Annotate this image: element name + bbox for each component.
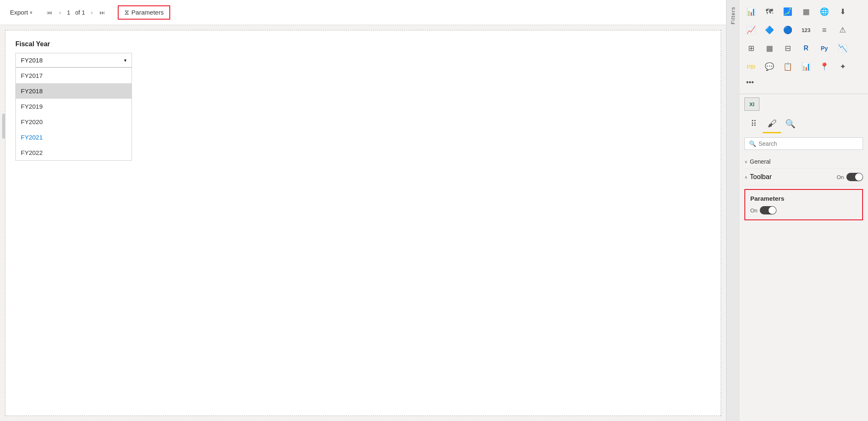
- fiscal-option-fy2017[interactable]: FY2017: [16, 68, 131, 83]
- parameters-section-title: Parameters: [750, 195, 857, 202]
- fiscal-year-label: Fiscal Year: [15, 40, 132, 48]
- power-bi-icon[interactable]: PBI: [743, 58, 759, 75]
- r-script-icon[interactable]: R: [798, 40, 814, 57]
- search-input[interactable]: [759, 140, 858, 147]
- format-tabs: ⠿ 🖌 🔍: [744, 115, 863, 133]
- fiscal-year-panel: Fiscal Year FY2018 ▾ FY2017 FY2018 FY201…: [15, 40, 132, 161]
- cross-table-icon[interactable]: ⊞: [743, 40, 759, 57]
- copy-icon[interactable]: 📋: [779, 58, 796, 75]
- toolbar-section-label: Toolbar: [750, 173, 771, 181]
- excel-label: XI: [749, 101, 754, 107]
- nav-next-button[interactable]: ›: [88, 8, 95, 17]
- custom-visual-icon[interactable]: 🔷: [761, 22, 778, 38]
- properties-panel: XI ⠿ 🖌 🔍 🔍 ∨ General: [739, 94, 868, 421]
- toolbar-chevron-up-icon: ∧: [744, 175, 747, 179]
- funnel-icon[interactable]: ⬇: [834, 3, 851, 20]
- parameters-label: Parameters: [131, 9, 164, 16]
- speech-bubble-icon[interactable]: 💬: [761, 58, 778, 75]
- right-panel: 📊 🗺 🗾 ▦ 🌐 ⬇ 📈 🔷 🔵 123 ≡ ⚠ ⊞ ▦ ⊟ R Py: [739, 0, 868, 421]
- fields-tab[interactable]: ⠿: [744, 115, 763, 133]
- toolbar-toggle-label: On: [837, 174, 844, 180]
- visualization-icons: 📊 🗺 🗾 ▦ 🌐 ⬇ 📈 🔷 🔵 123 ≡ ⚠ ⊞ ▦ ⊟ R Py: [739, 0, 868, 94]
- toolbar-toggle[interactable]: [846, 173, 863, 181]
- general-chevron-icon: ∨: [744, 159, 747, 164]
- report-canvas: Fiscal Year FY2018 ▾ FY2017 FY2018 FY201…: [5, 30, 721, 416]
- export-label: Export: [10, 9, 28, 16]
- table-lines-icon[interactable]: ≡: [816, 22, 833, 38]
- search-box[interactable]: 🔍: [744, 137, 863, 150]
- nav-prev-button[interactable]: ‹: [57, 8, 64, 17]
- parameters-button[interactable]: ⧖ Parameters: [118, 5, 171, 20]
- shape-map-icon[interactable]: ▦: [798, 3, 814, 20]
- page-of-label: of 1: [75, 9, 85, 16]
- map-icon[interactable]: 🗺: [761, 3, 778, 20]
- icon-row-3: ⊞ ▦ ⊟ R Py 📉: [743, 40, 865, 57]
- toolbar-section: ∧ Toolbar On: [744, 169, 863, 186]
- analytics-tab[interactable]: 🔍: [781, 115, 799, 133]
- bar-chart2-icon[interactable]: 📊: [798, 58, 814, 75]
- dropdown-arrow-icon: ▾: [124, 57, 126, 63]
- line-chart-icon[interactable]: 📈: [743, 22, 759, 38]
- general-label: General: [750, 158, 771, 165]
- icon-row-2: 📈 🔷 🔵 123 ≡ ⚠: [743, 22, 865, 38]
- parameters-section: Parameters On: [744, 189, 863, 220]
- general-section-header[interactable]: ∨ General: [744, 155, 863, 169]
- fiscal-option-fy2018[interactable]: FY2018: [16, 83, 131, 99]
- table-icon[interactable]: ⊟: [779, 40, 796, 57]
- nav-last-button[interactable]: ⏭: [97, 8, 108, 17]
- matrix-icon[interactable]: ▦: [761, 40, 778, 57]
- azure-map-icon[interactable]: 🌐: [816, 3, 833, 20]
- format-tab[interactable]: 🖌: [763, 115, 781, 133]
- fiscal-year-dropdown[interactable]: FY2018 ▾: [15, 53, 132, 67]
- page-navigation: ⏮ ‹ 1 of 1 › ⏭: [44, 8, 108, 17]
- nav-first-button[interactable]: ⏮: [44, 8, 55, 17]
- 123-icon[interactable]: 123: [798, 22, 814, 38]
- parameters-toggle-label: On: [750, 207, 757, 214]
- gauge-icon[interactable]: 🔵: [779, 22, 796, 38]
- toolbar-toggle-thumb: [855, 173, 863, 181]
- python-icon[interactable]: Py: [816, 40, 833, 57]
- filters-label: Filters: [730, 7, 736, 24]
- toolbar-section-header[interactable]: ∧ Toolbar: [744, 173, 771, 181]
- stacked-bar-icon[interactable]: 📊: [743, 3, 759, 20]
- filled-map-icon[interactable]: 🗾: [779, 3, 796, 20]
- page-number: 1: [67, 9, 70, 16]
- eraser-icon[interactable]: ✦: [834, 58, 851, 75]
- excel-icon[interactable]: XI: [744, 97, 759, 111]
- parameters-toggle[interactable]: [760, 206, 776, 214]
- export-button[interactable]: Export ∨: [7, 7, 36, 17]
- sparkline-icon[interactable]: 📉: [834, 40, 851, 57]
- pin-icon[interactable]: 📍: [816, 58, 833, 75]
- paintbrush-icon: 🖌: [767, 118, 776, 129]
- parameters-filter-icon: ⧖: [124, 9, 129, 16]
- scroll-handle[interactable]: [2, 114, 5, 139]
- icon-row-1: 📊 🗺 🗾 ▦ 🌐 ⬇: [743, 3, 865, 20]
- fiscal-option-fy2021[interactable]: FY2021: [16, 130, 131, 145]
- main-toolbar: Export ∨ ⏮ ‹ 1 of 1 › ⏭ ⧖ Parameters: [0, 0, 726, 25]
- fiscal-year-selected-value: FY2018: [21, 57, 43, 64]
- toolbar-toggle-container: On: [837, 173, 863, 181]
- parameters-toggle-thumb: [769, 207, 776, 214]
- parameters-toggle-container: On: [750, 206, 857, 214]
- filters-sidebar: Filters: [727, 0, 739, 421]
- fiscal-option-fy2019[interactable]: FY2019: [16, 99, 131, 114]
- fiscal-option-fy2022[interactable]: FY2022: [16, 145, 131, 160]
- icon-row-4: PBI 💬 📋 📊 📍 ✦: [743, 58, 865, 75]
- icon-row-5: •••: [743, 77, 865, 89]
- search-icon: 🔍: [749, 140, 756, 147]
- alert-icon[interactable]: ⚠: [834, 22, 851, 38]
- more-visuals-icon[interactable]: •••: [743, 77, 757, 89]
- export-chevron-icon: ∨: [30, 10, 32, 15]
- fiscal-option-fy2020[interactable]: FY2020: [16, 114, 131, 130]
- fiscal-year-dropdown-list: FY2017 FY2018 FY2019 FY2020 FY2021 FY202…: [15, 67, 132, 161]
